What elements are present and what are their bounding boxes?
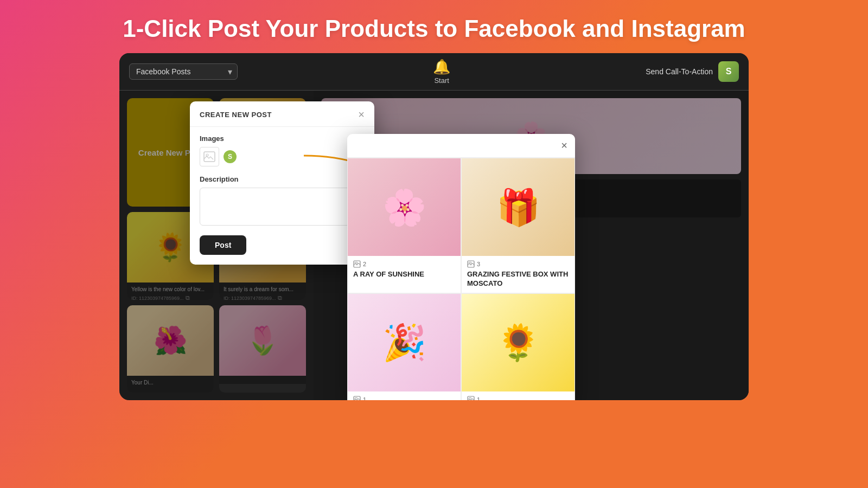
bell-icon: 🔔 <box>433 59 450 75</box>
description-label: Description <box>200 175 365 183</box>
hero-title: 1-Click Post Your Products to Facebook a… <box>0 0 868 53</box>
dropdown-wrap[interactable]: Facebook Posts <box>129 63 238 80</box>
product-2-image: 🎁 <box>462 158 575 256</box>
app-toolbar: Facebook Posts 🔔 Start Send Call-To-Acti… <box>119 53 749 91</box>
modal-close-button[interactable]: × <box>358 109 365 120</box>
app-content-main: Create New Post 💐 Comment 200FF to get t… <box>119 91 749 400</box>
product-4-image: 🌻 <box>462 294 575 391</box>
product-4-info: 1 SUNFLOWER BLISS <box>462 391 575 400</box>
shopify-badge: S <box>224 150 237 163</box>
modal-header: CREATE NEW POST × <box>190 101 374 127</box>
start-label: Start <box>434 76 449 85</box>
facebook-posts-dropdown[interactable]: Facebook Posts <box>129 63 238 80</box>
svg-rect-0 <box>204 152 215 162</box>
post-button[interactable]: Post <box>200 235 246 255</box>
product-1-info: 2 A RAY OF SUNSHINE <box>348 256 461 284</box>
shopify-avatar: S <box>718 61 739 82</box>
modal-title: CREATE NEW POST <box>200 111 272 119</box>
product-3-info: 1 BIRTHDAY BOUQUET <box>348 391 461 400</box>
modal-overlay: CREATE NEW POST × Images S <box>119 91 749 400</box>
product-3-image: 🎉 <box>348 294 461 391</box>
product-item-1[interactable]: 🌸 2 A RAY OF SUNSHINE <box>347 158 461 293</box>
product-picker-close-button[interactable]: × <box>561 139 567 152</box>
product-picker-modal: × 🌸 2 A RAY OF SUNSHINE <box>347 134 575 400</box>
product-4-count: 1 <box>467 396 569 400</box>
image-placeholder-icon[interactable] <box>200 147 219 166</box>
modal-body: Images S Description Post <box>190 127 374 265</box>
product-item-3[interactable]: 🎉 1 BIRTHDAY BOUQUET <box>347 293 461 400</box>
send-cta-label: Send Call-To-Action <box>646 67 713 76</box>
toolbar-center: 🔔 Start <box>433 59 450 85</box>
products-grid: 🌸 2 A RAY OF SUNSHINE <box>347 158 575 400</box>
product-picker-header: × <box>347 134 575 158</box>
app-window: Facebook Posts 🔔 Start Send Call-To-Acti… <box>119 53 749 400</box>
product-1-count: 2 <box>353 260 455 268</box>
toolbar-right: Send Call-To-Action S <box>646 61 739 82</box>
product-2-name: GRAZING FESTIVE BOX WITH MOSCATO <box>467 270 569 288</box>
product-item-4[interactable]: 🌻 1 SUNFLOWER BLISS <box>461 293 575 400</box>
toolbar-left: Facebook Posts <box>129 63 238 80</box>
product-3-count: 1 <box>353 396 455 400</box>
description-textarea[interactable] <box>200 188 365 226</box>
images-row: S <box>200 147 365 166</box>
product-2-count: 3 <box>467 260 569 268</box>
product-1-image: 🌸 <box>348 158 461 256</box>
product-1-name: A RAY OF SUNSHINE <box>353 270 455 279</box>
product-item-2[interactable]: 🎁 3 GRAZING FESTIVE BOX WITH MOSCATO <box>461 158 575 293</box>
svg-point-1 <box>206 154 208 156</box>
product-2-info: 3 GRAZING FESTIVE BOX WITH MOSCATO <box>462 256 575 293</box>
images-label: Images <box>200 134 365 143</box>
create-post-modal: CREATE NEW POST × Images S <box>190 101 374 265</box>
